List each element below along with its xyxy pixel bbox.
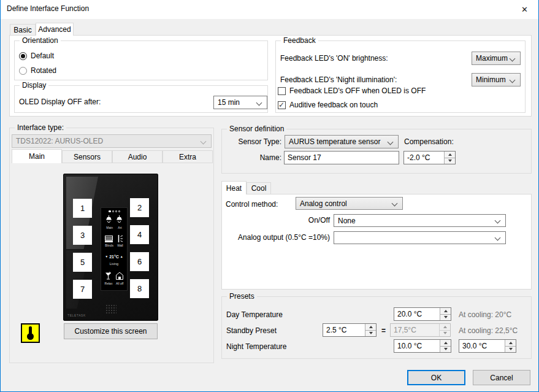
- temp-down-icon: ▼: [105, 255, 108, 258]
- panel-button-1: 1: [73, 199, 92, 218]
- auditive-label: Auditive feedback on touch: [289, 101, 378, 110]
- sensor-type-select[interactable]: AURUS temperature sensor: [285, 135, 399, 148]
- window-title: Define Interface Function: [7, 4, 89, 13]
- onoff-label: On/Off: [277, 216, 330, 225]
- equals-sign: =: [381, 326, 386, 336]
- arrow-down-icon: [443, 332, 447, 334]
- cancel-button[interactable]: Cancel: [473, 370, 530, 385]
- panel-button-4: 4: [130, 225, 149, 244]
- oled-temperature: ▼ 21°C ▲: [101, 255, 127, 259]
- oled-label: Blinds: [105, 244, 113, 247]
- night-illumination-select[interactable]: Minimum: [472, 73, 521, 86]
- chevron-down-icon: [510, 77, 516, 83]
- arrow-up-icon: [509, 342, 513, 344]
- standby-preset-label: Standby Preset: [226, 326, 277, 336]
- panel-button-7: 7: [73, 280, 92, 299]
- tab-sensors[interactable]: Sensors: [62, 150, 112, 163]
- oled-label: Wall: [117, 244, 123, 247]
- dialog-define-interface-function: Define Interface Function ✕ Basic Advanc…: [0, 0, 539, 392]
- oled-label: Relax: [105, 282, 113, 285]
- leds-off-label: Feedback LED's OFF when OLED is OFF: [289, 86, 426, 96]
- night-temperature-spinner[interactable]: 10.0 °C: [394, 339, 451, 353]
- control-method-label: Control method:: [226, 200, 278, 209]
- sensor-definition-title: Sensor definition: [227, 125, 286, 133]
- oled-label: All off: [116, 282, 123, 285]
- spinner-down-button[interactable]: [440, 347, 451, 353]
- panel-button-8: 8: [130, 279, 149, 298]
- spinner-up-button[interactable]: [505, 340, 516, 347]
- onoff-select[interactable]: None: [334, 214, 506, 227]
- device-preview-panel: 1 2 3 4 5 6 7 8 Main Art Blinds: [63, 174, 158, 321]
- chevron-down-icon: [392, 201, 398, 207]
- chevron-down-icon: [495, 235, 501, 241]
- oled-label: Art: [118, 226, 121, 229]
- checkbox-auditive-feedback[interactable]: [278, 101, 286, 109]
- tab-audio[interactable]: Audio: [112, 150, 162, 163]
- chevron-down-icon: [388, 139, 394, 145]
- all-off-icon: [116, 272, 123, 280]
- radio-default-label: Default: [31, 52, 54, 61]
- spinner-down-button[interactable]: [445, 158, 455, 164]
- spinner-down-button: [440, 331, 450, 337]
- night-temperature-cooling-spinner[interactable]: 30.0 °C: [459, 339, 516, 353]
- arrow-down-icon: [444, 348, 448, 350]
- tab-advanced[interactable]: Advanced: [36, 23, 74, 36]
- close-button[interactable]: ✕: [511, 0, 538, 19]
- control-method-select[interactable]: Analog control: [296, 197, 403, 210]
- tab-basic[interactable]: Basic: [10, 24, 36, 36]
- chevron-down-icon: [495, 218, 501, 224]
- customize-screen-button[interactable]: Customize this screen: [64, 323, 158, 339]
- arrow-up-icon: [448, 153, 452, 156]
- panel-button-2: 2: [130, 198, 149, 217]
- sensor-name-input[interactable]: [284, 151, 399, 164]
- interface-type-title: Interface type:: [15, 123, 66, 132]
- spinner-down-button[interactable]: [440, 315, 451, 321]
- arrow-down-icon: [444, 316, 448, 318]
- oled-screen: Main Art Blinds Wall ▼ 21°C ▲ Living: [101, 207, 128, 291]
- spinner-down-button[interactable]: [365, 331, 376, 337]
- radio-orientation-rotated[interactable]: [19, 67, 27, 75]
- ok-button[interactable]: OK: [407, 370, 465, 385]
- radio-orientation-default[interactable]: [19, 52, 27, 60]
- panel-button-6: 6: [130, 252, 149, 271]
- title-bar: Define Interface Function ✕: [1, 0, 538, 19]
- night-illumination-label: Feedback LED's 'Night illumination':: [280, 75, 397, 85]
- speaker-grille: [105, 304, 117, 314]
- spinner-up-button[interactable]: [365, 324, 376, 331]
- brand-label: TELETASK: [67, 313, 86, 317]
- tab-extra[interactable]: Extra: [162, 150, 213, 163]
- panel-button-3: 3: [73, 226, 92, 245]
- oled-off-select[interactable]: 15 min: [213, 96, 267, 109]
- interface-type-select: TDS12022: AURUS-OLED: [12, 134, 212, 148]
- day-cooling-note: At cooling: 20°C: [459, 310, 511, 320]
- name-label: Name:: [234, 153, 281, 163]
- tab-heat[interactable]: Heat: [221, 181, 247, 194]
- radio-rotated-label: Rotated: [31, 66, 56, 75]
- spinner-up-button[interactable]: [440, 308, 451, 315]
- spinner-up-button[interactable]: [440, 340, 451, 347]
- thermometer-icon: [21, 323, 40, 343]
- pendant-lamp-icon: [105, 215, 112, 224]
- spinner-up-button: [440, 324, 450, 331]
- on-brightness-label: Feedback LED's 'ON' brightness:: [280, 54, 388, 63]
- standby-preset-spinner[interactable]: 2.5 °C: [323, 323, 377, 337]
- tab-cool[interactable]: Cool: [247, 182, 271, 194]
- close-icon: ✕: [521, 5, 528, 14]
- compensation-spinner[interactable]: -2.0 °C: [403, 151, 456, 164]
- oled-off-label: OLED Display OFF after:: [19, 98, 101, 107]
- chevron-down-icon: [256, 100, 262, 106]
- spinner-down-button[interactable]: [505, 347, 516, 353]
- chevron-down-icon: [510, 56, 516, 62]
- arrow-up-icon: [444, 310, 448, 312]
- checkbox-leds-off-when-oled-off[interactable]: [278, 87, 286, 95]
- analog-output-select[interactable]: [334, 231, 506, 244]
- day-temperature-spinner[interactable]: 20.0 °C: [394, 307, 451, 321]
- wall-light-icon: [117, 235, 123, 242]
- night-temperature-label: Night Temperature: [226, 342, 287, 352]
- standby-cooling-note: At cooling: 22,5°C: [459, 326, 518, 336]
- page-indicator-dots: [101, 210, 127, 212]
- temp-up-icon: ▲: [120, 255, 123, 258]
- spinner-up-button[interactable]: [445, 152, 455, 158]
- tab-main[interactable]: Main: [12, 149, 62, 163]
- on-brightness-select[interactable]: Maximum: [472, 52, 521, 65]
